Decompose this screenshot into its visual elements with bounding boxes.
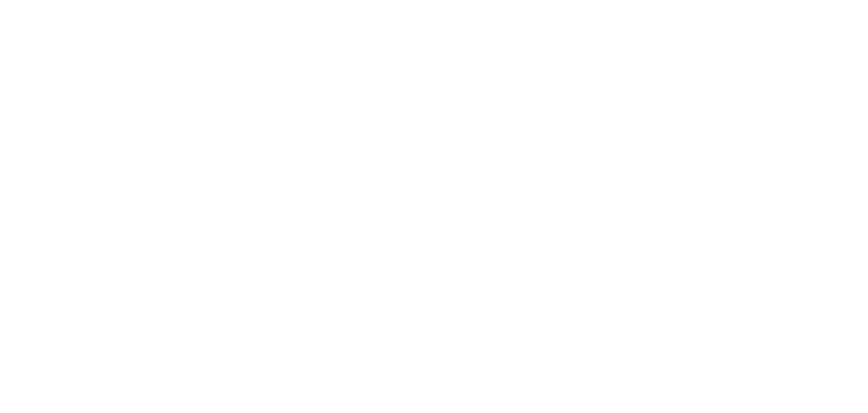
tree-container <box>0 0 868 413</box>
connector-lines <box>0 0 868 413</box>
